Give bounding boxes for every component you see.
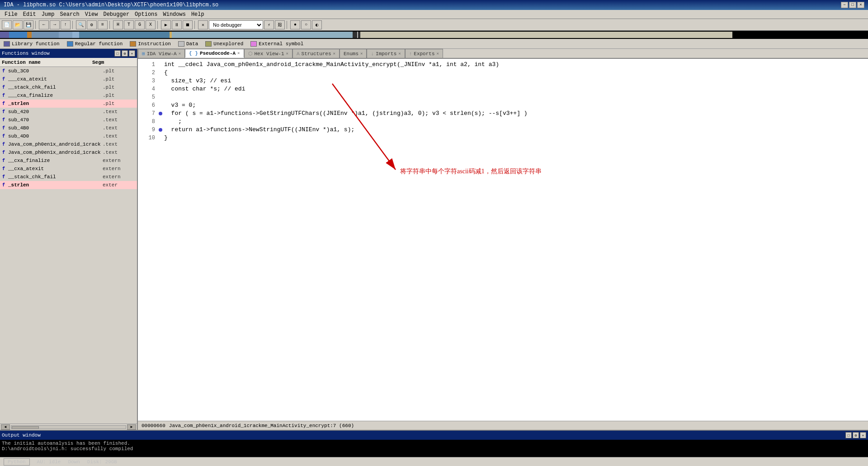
tb-save[interactable]: 💾 [24, 20, 33, 29]
tab-hex-view-close[interactable]: ✕ [286, 51, 288, 56]
functions-title: Functions window [2, 51, 50, 56]
python-button[interactable]: Python [4, 458, 30, 466]
tab-exports[interactable]: ↑ Exports ✕ [405, 49, 443, 58]
functions-list[interactable]: fsub_3C0.pltf___cxa_atexit.pltf__stack_c… [0, 67, 137, 423]
legend-unexplored: Unexplored [205, 41, 243, 47]
function-list-item[interactable]: fsub_470.text [0, 116, 137, 124]
tb-run[interactable]: ▶ [161, 20, 171, 29]
restore-button[interactable]: □ [849, 2, 856, 8]
tb-xref[interactable]: X [146, 20, 156, 29]
function-list-item[interactable]: fJava_com_ph0en1x_android_1crackme_M···.… [0, 148, 137, 157]
tb-search2[interactable]: ⚙ [87, 20, 97, 29]
tab-ida-view[interactable]: ⊞ IDA View-A ✕ [138, 49, 185, 58]
tab-structures-close[interactable]: ✕ [333, 51, 335, 56]
tb-search1[interactable]: 🔍 [76, 20, 86, 29]
function-list-item[interactable]: f__stack_chk_failextern [0, 173, 137, 181]
tb-search3[interactable]: ≡ [98, 20, 108, 29]
output-settings[interactable]: ⚙ [853, 432, 859, 438]
tab-hex-view[interactable]: ⬡ Hex View-1 ✕ [244, 49, 292, 58]
functions-settings[interactable]: ⚙ [122, 50, 128, 57]
function-list-item[interactable]: f___cxa_finalize.plt [0, 91, 137, 100]
close-button[interactable]: × [857, 2, 864, 8]
function-icon: f [0, 100, 7, 107]
functions-col-name: Function name [0, 60, 90, 65]
function-list-item[interactable]: f_strlen.plt [0, 100, 137, 108]
tb-bp1[interactable]: ● [290, 20, 300, 29]
tb-bp2[interactable]: ○ [301, 20, 311, 29]
code-text: v3 = 0; [164, 101, 196, 109]
menu-windows[interactable]: Windows [160, 10, 189, 19]
tb-pause[interactable]: ⏸ [172, 20, 182, 29]
tb-detach[interactable]: ⛓ [275, 20, 285, 29]
tb-bp3[interactable]: ◐ [312, 20, 322, 29]
menu-view[interactable]: View [82, 10, 101, 19]
menu-debugger[interactable]: Debugger [100, 10, 132, 19]
function-list-item[interactable]: fsub_420.text [0, 108, 137, 116]
tb-stop[interactable]: ⏹ [183, 20, 193, 29]
tb-graph[interactable]: G [135, 20, 145, 29]
code-status-bar: 00000660 Java_com_ph0en1x_android_1crack… [138, 421, 868, 430]
tb-open[interactable]: 📂 [13, 20, 23, 29]
nav-seg-main [79, 32, 170, 38]
functions-float[interactable]: □ [114, 50, 121, 57]
debugger-select[interactable]: No debugger [209, 20, 263, 29]
minimize-button[interactable]: − [841, 2, 848, 8]
tb-hex[interactable]: H [113, 20, 123, 29]
tab-enums[interactable]: Enums ✕ [340, 49, 367, 58]
tb-text[interactable]: T [124, 20, 134, 29]
functions-scrollbar-h[interactable]: ◄ ► [0, 423, 137, 430]
navigation-bar[interactable] [0, 31, 868, 39]
tab-imports-close[interactable]: ✕ [398, 51, 401, 56]
function-list-item[interactable]: f__cxa_atexitextern [0, 165, 137, 173]
function-segment: .plt [101, 68, 137, 74]
function-list-item[interactable]: f_strlenexter [0, 181, 137, 189]
function-name: sub_4B0 [7, 125, 101, 131]
legend-external: External symbol [250, 41, 303, 47]
line-number: 7 [142, 109, 155, 118]
tab-ida-view-close[interactable]: ✕ [179, 51, 181, 56]
function-list-item[interactable]: fJava_com_ph0en1x_android_1crackme_M···.… [0, 140, 137, 148]
function-list-item[interactable]: fsub_4D0.text [0, 132, 137, 140]
functions-close[interactable]: × [129, 50, 135, 57]
tab-structures[interactable]: A Structures ✕ [292, 49, 340, 58]
tb-cancel[interactable]: ✕ [198, 20, 208, 29]
tab-hex-view-icon: ⬡ [248, 51, 253, 57]
tb-forward[interactable]: → [50, 20, 60, 29]
tb-up[interactable]: ↑ [61, 20, 71, 29]
tab-enums-close[interactable]: ✕ [360, 51, 363, 56]
code-editor[interactable]: 1int __cdecl Java_com_ph0en1x_android_1c… [138, 59, 868, 421]
scroll-thumb-h[interactable] [12, 426, 39, 429]
function-list-item[interactable]: f___cxa_atexit.plt [0, 75, 137, 83]
menu-file[interactable]: File [2, 10, 20, 19]
function-list-item[interactable]: f__cxa_finalizeextern [0, 157, 137, 165]
line-number: 9 [142, 126, 155, 134]
menu-jump[interactable]: Jump [39, 10, 57, 19]
function-list-item[interactable]: fsub_4B0.text [0, 124, 137, 132]
tb-sep1 [35, 21, 37, 29]
tab-imports[interactable]: ↓ Imports ✕ [367, 49, 405, 58]
output-float[interactable]: □ [845, 432, 852, 438]
tb-back[interactable]: ← [39, 20, 49, 29]
tb-new[interactable]: 📄 [2, 20, 12, 29]
tab-pseudocode[interactable]: { } Pseudocode-A ✕ [185, 49, 244, 58]
menu-edit[interactable]: Edit [20, 10, 39, 19]
scroll-left[interactable]: ◄ [1, 424, 10, 430]
menu-search[interactable]: Search [57, 10, 82, 19]
menu-options[interactable]: Options [132, 10, 160, 19]
function-list-item[interactable]: fsub_3C0.plt [0, 67, 137, 75]
scroll-right[interactable]: ► [127, 424, 136, 430]
code-text: for ( s = a1->functions->GetStringUTFCha… [164, 109, 528, 118]
tab-exports-close[interactable]: ✕ [437, 51, 439, 56]
scroll-track-h[interactable] [11, 425, 126, 429]
no-breakpoint [159, 79, 162, 83]
output-close[interactable]: × [860, 432, 866, 438]
menu-bar: File Edit Jump Search View Debugger Opti… [0, 10, 868, 19]
menu-help[interactable]: Help [189, 10, 207, 19]
tb-attach[interactable]: ⚡ [264, 20, 274, 29]
code-text: const char *s; // edi [164, 85, 245, 93]
tab-pseudocode-close[interactable]: ✕ [237, 51, 240, 56]
legend-regular: Regular function [67, 41, 123, 47]
function-list-item[interactable]: f__stack_chk_fail.plt [0, 83, 137, 91]
functions-column-header: Function name Segm [0, 58, 137, 67]
output-content[interactable]: The initial autoanalysis has been finish… [0, 440, 868, 457]
